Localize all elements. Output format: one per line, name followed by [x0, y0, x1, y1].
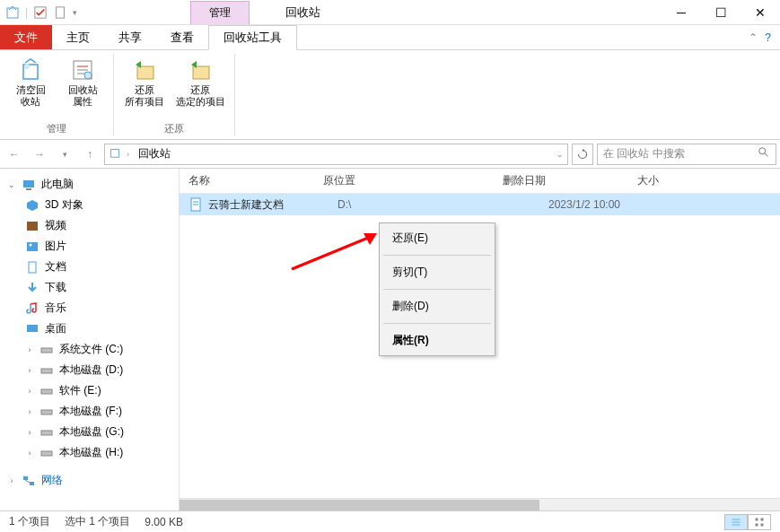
- checkbox-icon[interactable]: [33, 5, 48, 20]
- up-button[interactable]: ↑: [79, 144, 101, 165]
- tree-music[interactable]: 音乐: [0, 298, 179, 318]
- tree-drive-c[interactable]: › 系统文件 (C:): [0, 339, 179, 360]
- svg-rect-2: [57, 6, 65, 17]
- empty-recycle-button[interactable]: 清空回 收站: [9, 54, 52, 108]
- file-row[interactable]: 云骑士新建文档 D:\ 2023/1/2 10:00: [180, 194, 780, 215]
- address-dropdown-icon[interactable]: ⌄: [557, 150, 564, 159]
- recycle-properties-button[interactable]: 回收站 属性: [61, 54, 104, 108]
- qat-dropdown-icon[interactable]: ▾: [73, 8, 77, 17]
- downloads-icon: [25, 281, 39, 295]
- chevron-right-icon[interactable]: ›: [25, 366, 34, 375]
- restore-all-icon: [132, 57, 157, 83]
- back-button[interactable]: ←: [4, 144, 25, 165]
- recycle-bin-icon: [109, 146, 121, 161]
- view-switcher: [724, 514, 771, 530]
- restore-all-button[interactable]: 还原 所有项目: [123, 54, 166, 108]
- search-icon[interactable]: [758, 146, 770, 161]
- navigation-pane[interactable]: ⌄ 此电脑 3D 对象 视频 图片 文档 下载 音乐: [0, 169, 180, 510]
- chevron-down-icon[interactable]: ⌄: [7, 180, 16, 189]
- chevron-right-icon[interactable]: ›: [25, 428, 34, 437]
- column-name[interactable]: 名称: [188, 173, 323, 188]
- tree-label: 本地磁盘 (G:): [59, 424, 124, 440]
- svg-rect-29: [30, 482, 34, 485]
- tree-desktop[interactable]: 桌面: [0, 318, 179, 339]
- tree-label: 此电脑: [41, 177, 74, 192]
- tree-drive-d[interactable]: › 本地磁盘 (D:): [0, 360, 179, 380]
- restore-selected-button[interactable]: 还原 选定的项目: [175, 54, 225, 108]
- status-item-count: 1 个项目: [9, 514, 50, 529]
- document-icon[interactable]: [53, 5, 67, 20]
- chevron-right-icon[interactable]: ›: [25, 449, 34, 458]
- tree-drive-h[interactable]: › 本地磁盘 (H:): [0, 442, 179, 463]
- ribbon-group-manage: 清空回 收站 回收站 属性 管理: [0, 54, 114, 135]
- file-name: 云骑士新建文档: [208, 197, 337, 213]
- tree-3d-objects[interactable]: 3D 对象: [0, 195, 179, 215]
- chevron-right-icon[interactable]: ›: [25, 387, 34, 396]
- tree-label: 图片: [45, 239, 66, 254]
- tree-label: 视频: [45, 218, 66, 233]
- scrollbar-thumb[interactable]: [180, 500, 539, 510]
- tree-drive-e[interactable]: › 软件 (E:): [0, 380, 179, 401]
- breadcrumb-sep: ›: [127, 150, 129, 159]
- chevron-right-icon[interactable]: ›: [25, 345, 34, 354]
- tree-label: 下载: [45, 280, 66, 295]
- breadcrumb-location[interactable]: 回收站: [135, 146, 174, 161]
- search-box[interactable]: 在 回收站 中搜索: [597, 144, 776, 165]
- details-view-button[interactable]: [724, 514, 748, 530]
- tree-pictures[interactable]: 图片: [0, 236, 179, 257]
- tree-documents[interactable]: 文档: [0, 257, 179, 277]
- address-bar[interactable]: › 回收站 ⌄: [104, 144, 568, 165]
- column-location[interactable]: 原位置: [323, 173, 503, 188]
- tree-drive-g[interactable]: › 本地磁盘 (G:): [0, 422, 179, 442]
- forward-button[interactable]: →: [29, 144, 50, 165]
- svg-rect-16: [26, 188, 31, 190]
- svg-rect-11: [193, 66, 209, 79]
- horizontal-scrollbar[interactable]: [180, 498, 780, 510]
- cube-icon: [25, 198, 39, 213]
- refresh-button[interactable]: [572, 144, 593, 165]
- ribbon-tabs: 文件 主页 共享 查看 回收站工具 ⌃ ?: [0, 25, 780, 50]
- column-date[interactable]: 删除日期: [503, 173, 637, 188]
- collapse-ribbon-icon[interactable]: ⌃: [749, 31, 758, 44]
- tree-drive-f[interactable]: › 本地磁盘 (F:): [0, 401, 179, 422]
- svg-rect-24: [41, 389, 52, 394]
- menu-delete[interactable]: 删除(D): [380, 292, 495, 321]
- tree-label: 网络: [41, 473, 63, 488]
- svg-point-9: [84, 72, 92, 79]
- chevron-right-icon[interactable]: ›: [25, 407, 34, 416]
- menu-restore[interactable]: 还原(E): [380, 223, 495, 253]
- ribbon-body: 清空回 收站 回收站 属性 管理 还原 所有项目 还原: [0, 50, 780, 140]
- menu-cut[interactable]: 剪切(T): [380, 257, 495, 287]
- tab-share[interactable]: 共享: [104, 25, 156, 49]
- menu-separator: [383, 255, 491, 256]
- drive-icon: [39, 343, 54, 357]
- icons-view-button[interactable]: [748, 514, 771, 530]
- file-location: D:\: [337, 198, 517, 211]
- file-date: 2023/1/2 10:00: [517, 198, 652, 211]
- svg-point-4: [24, 64, 30, 69]
- context-menu: 还原(E) 剪切(T) 删除(D) 属性(R): [379, 222, 495, 356]
- column-size[interactable]: 大小: [637, 173, 780, 188]
- tab-file[interactable]: 文件: [0, 25, 52, 49]
- maximize-button[interactable]: ☐: [701, 0, 741, 25]
- tab-recycle-tools[interactable]: 回收站工具: [208, 25, 297, 50]
- tree-label: 文档: [45, 259, 66, 275]
- tree-network[interactable]: › 网络: [0, 470, 179, 491]
- this-pc-icon: [22, 178, 36, 192]
- tree-videos[interactable]: 视频: [0, 215, 179, 236]
- properties-icon: [70, 57, 95, 83]
- minimize-button[interactable]: ─: [662, 0, 701, 25]
- chevron-right-icon[interactable]: ›: [7, 476, 16, 485]
- tab-view[interactable]: 查看: [156, 25, 208, 49]
- tab-home[interactable]: 主页: [52, 25, 104, 49]
- restore-selected-label: 还原 选定的项目: [176, 84, 225, 108]
- menu-properties[interactable]: 属性(R): [380, 326, 495, 355]
- close-button[interactable]: ✕: [741, 0, 780, 25]
- help-icon[interactable]: ?: [765, 31, 771, 44]
- tree-label: 软件 (E:): [59, 383, 101, 398]
- history-dropdown[interactable]: ▾: [54, 144, 75, 165]
- tree-this-pc[interactable]: ⌄ 此电脑: [0, 174, 179, 195]
- ribbon-group-restore: 还原 所有项目 还原 选定的项目 还原: [114, 54, 235, 135]
- status-bar: 1 个项目 选中 1 个项目 9.00 KB: [0, 510, 780, 532]
- tree-downloads[interactable]: 下载: [0, 277, 179, 298]
